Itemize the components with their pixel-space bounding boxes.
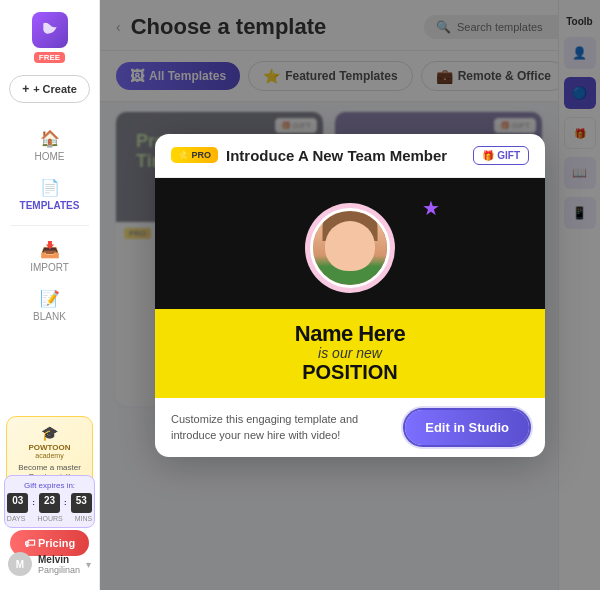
modal-overlay[interactable]: ⭐ PRO Introduce A New Team Member 🎁 GIFT… bbox=[100, 0, 600, 590]
templates-icon: 📄 bbox=[40, 178, 60, 197]
import-icon: 📥 bbox=[40, 240, 60, 259]
blank-icon: 📝 bbox=[40, 289, 60, 308]
user-profile[interactable]: M Melvin Pangilinan ▾ bbox=[0, 546, 99, 582]
countdown-sep2: : bbox=[64, 493, 67, 513]
modal-title: Introduce A New Team Member bbox=[226, 147, 465, 164]
hours-label: HOURS bbox=[37, 515, 62, 522]
preview-bottom: Name Here is our new Position bbox=[155, 309, 545, 398]
free-badge: FREE bbox=[34, 52, 65, 63]
modal-description: Customize this engaging template and int… bbox=[171, 411, 395, 444]
countdown-sep1: : bbox=[32, 493, 35, 513]
countdown-labels: DAYS HOURS MINS bbox=[11, 515, 88, 522]
modal-footer: Customize this engaging template and int… bbox=[155, 398, 545, 457]
sidebar-item-import[interactable]: 📥 IMPORT bbox=[0, 232, 99, 281]
modal-pro-badge: ⭐ PRO bbox=[171, 147, 218, 163]
sidebar-item-home[interactable]: 🏠 HOME bbox=[0, 121, 99, 170]
academy-brand: POWTOON bbox=[15, 443, 84, 452]
hours-count: 23 bbox=[39, 493, 60, 513]
sidebar-item-blank[interactable]: 📝 BLANK bbox=[0, 281, 99, 330]
sidebar-item-templates[interactable]: 📄 TEMPLATES bbox=[0, 170, 99, 219]
user-chevron-icon: ▾ bbox=[86, 559, 91, 570]
mins-label: MINS bbox=[75, 515, 93, 522]
preview-person-inner bbox=[313, 211, 387, 285]
edit-in-studio-button[interactable]: Edit in Studio bbox=[405, 410, 529, 445]
sidebar-nav: 🏠 HOME 📄 TEMPLATES 📥 IMPORT 📝 BLANK bbox=[0, 121, 99, 330]
academy-sub: academy bbox=[15, 452, 84, 459]
plus-icon: + bbox=[22, 82, 29, 96]
mins-count: 53 bbox=[71, 493, 92, 513]
user-surname: Pangilinan bbox=[38, 565, 80, 575]
avatar: M bbox=[8, 552, 32, 576]
sidebar-item-blank-label: BLANK bbox=[33, 311, 66, 322]
gift-countdown: 03 : 23 : 53 bbox=[11, 493, 88, 513]
modal: ⭐ PRO Introduce A New Team Member 🎁 GIFT… bbox=[155, 134, 545, 457]
gift-banner: Gift expires in: 03 : 23 : 53 DAYS HOURS… bbox=[4, 475, 95, 528]
preview-position: Position bbox=[302, 361, 398, 384]
academy-logo: 🎓 bbox=[15, 425, 84, 441]
sidebar-item-templates-label: TEMPLATES bbox=[20, 200, 80, 211]
preview-subtitle: is our new bbox=[318, 345, 382, 361]
preview-face bbox=[325, 221, 375, 271]
modal-gift-badge: 🎁 GIFT bbox=[473, 146, 529, 165]
template-preview: ★ Name Here is our new Position bbox=[155, 178, 545, 398]
sidebar-item-home-label: HOME bbox=[35, 151, 65, 162]
user-name: Melvin bbox=[38, 554, 80, 565]
preview-name: Name Here bbox=[295, 323, 405, 345]
home-icon: 🏠 bbox=[40, 129, 60, 148]
create-button[interactable]: + + Create bbox=[9, 75, 90, 103]
preview-top: ★ bbox=[155, 178, 545, 309]
preview-person bbox=[310, 208, 390, 288]
days-label: DAYS bbox=[7, 515, 26, 522]
gift-label: Gift expires in: bbox=[11, 481, 88, 490]
days-count: 03 bbox=[7, 493, 28, 513]
sidebar-item-import-label: IMPORT bbox=[30, 262, 69, 273]
preview-star-icon: ★ bbox=[422, 196, 440, 220]
sidebar: FREE + + Create 🏠 HOME 📄 TEMPLATES 📥 IMP… bbox=[0, 0, 100, 590]
logo bbox=[32, 12, 68, 48]
nav-divider bbox=[10, 225, 89, 226]
main-content: ‹ Choose a template 🔍 🖼 All Templates ⭐ … bbox=[100, 0, 600, 590]
modal-header: ⭐ PRO Introduce A New Team Member 🎁 GIFT bbox=[155, 134, 545, 178]
